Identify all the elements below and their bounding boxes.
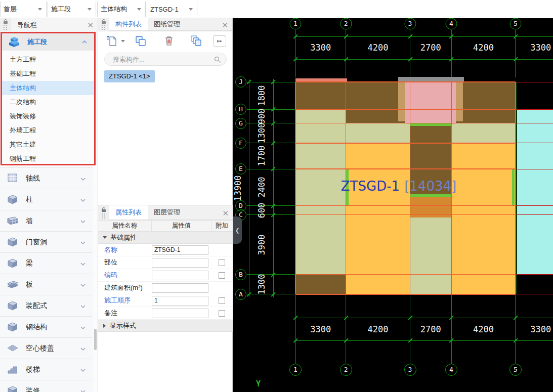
chevron-down-icon[interactable] <box>80 196 86 203</box>
chevron-down-icon[interactable] <box>80 344 86 352</box>
search-input[interactable] <box>112 54 208 65</box>
segment-dropdown[interactable]: 施工段 <box>48 2 96 17</box>
chevron-down-icon[interactable] <box>80 175 86 182</box>
dimension-label: 3300 <box>530 42 551 53</box>
chevron-down-icon[interactable] <box>80 387 86 392</box>
tab-图纸管理[interactable]: 图纸管理 <box>148 18 186 30</box>
delete-icon[interactable] <box>163 35 175 47</box>
nav-item-基础工程[interactable]: 基础工程 <box>2 67 94 81</box>
property-value-input[interactable] <box>152 245 208 255</box>
sidebar-item-label: 装修 <box>26 386 80 392</box>
dimension-label: 2400 <box>257 177 267 198</box>
chevron-down-icon[interactable] <box>121 40 125 42</box>
sidebar-item-板[interactable]: 板 <box>0 274 93 295</box>
panel-grip[interactable] <box>98 205 109 220</box>
extra-checkbox[interactable] <box>219 272 225 279</box>
sidebar-item-轴线[interactable]: 轴线 <box>0 167 93 189</box>
dimension-label: 3300 <box>530 324 551 334</box>
segment-block-pale_green <box>295 109 346 274</box>
expand-toolbar-icon[interactable]: ▸▸ <box>213 35 226 47</box>
floor-dropdown[interactable]: 首层 <box>0 2 47 17</box>
sidebar-item-空心楼盖[interactable]: 空心楼盖 <box>0 337 93 359</box>
nav-categories: 轴线柱墙门窗洞梁板装配式钢结构空心楼盖楼梯装修 <box>0 167 93 392</box>
tan-right <box>456 82 463 121</box>
sidebar-item-柱[interactable]: 柱 <box>0 189 93 210</box>
tab-属性列表[interactable]: 属性列表 <box>109 205 148 220</box>
sidebar-item-墙[interactable]: 墙 <box>0 210 93 231</box>
sidebar-item-装配式[interactable]: 装配式 <box>0 295 93 316</box>
component-dropdown[interactable]: ZTSGD-1 <box>147 2 197 17</box>
property-value-input[interactable] <box>152 296 208 306</box>
extra-checkbox[interactable] <box>219 310 225 317</box>
property-name: 编码 <box>98 271 152 280</box>
property-name: 施工顺序 <box>98 296 152 305</box>
sidebar-item-钢结构[interactable]: 钢结构 <box>0 316 93 337</box>
segment-block-pale_green <box>346 123 410 143</box>
chevron-down-icon[interactable] <box>80 366 86 373</box>
dimension-label: 1300 <box>257 274 267 295</box>
extra-checkbox[interactable] <box>219 297 225 304</box>
chevron-down-icon[interactable] <box>80 238 86 246</box>
navigation-header: 导航栏 ✕ <box>0 18 98 31</box>
component-list-header: 构件列表图纸管理 ✕ <box>98 18 232 31</box>
nav-item-二次结构[interactable]: 二次结构 <box>2 95 94 109</box>
nav-item-土方工程[interactable]: 土方工程 <box>2 53 94 67</box>
property-value-input[interactable] <box>152 283 208 293</box>
new-component-icon[interactable] <box>106 35 118 47</box>
drawing-canvas[interactable]: ❮ 1122334455JHGFEDCBA3300330042004200270… <box>233 18 553 392</box>
close-icon[interactable]: ✕ <box>87 21 94 28</box>
panel-grip[interactable] <box>0 18 11 31</box>
panel-collapse-handle[interactable]: ❮ <box>233 216 242 244</box>
property-row-编码: 编码 <box>98 269 233 282</box>
chevron-down-icon[interactable] <box>80 302 86 310</box>
middle-panel-column: 构件列表图纸管理 ✕ <box>98 18 233 392</box>
duplicate-icon[interactable] <box>190 35 202 47</box>
tab-图层管理[interactable]: 图层管理 <box>148 205 186 220</box>
grid-line <box>517 82 517 294</box>
extra-checkbox[interactable] <box>219 259 225 266</box>
nav-item-其它土建[interactable]: 其它土建 <box>2 138 94 152</box>
nav-item-主体结构[interactable]: 主体结构 <box>2 81 94 95</box>
close-icon[interactable]: ✕ <box>222 209 229 216</box>
sidebar-item-楼梯[interactable]: 楼梯 <box>0 359 93 380</box>
property-section-基础属性[interactable]: 基础属性 <box>98 232 233 244</box>
property-value-input[interactable] <box>152 271 208 280</box>
nav-item-装饰装修[interactable]: 装饰装修 <box>2 109 94 123</box>
property-value-input[interactable] <box>152 309 208 318</box>
close-icon[interactable]: ✕ <box>222 21 228 28</box>
prefab-icon <box>7 300 20 312</box>
nav-group-label: 施工段 <box>27 37 82 47</box>
panel-grip[interactable] <box>98 18 109 31</box>
component-list-item[interactable]: ZTSGD-1 <1> <box>104 70 155 82</box>
property-value-input[interactable] <box>152 258 208 268</box>
chevron-down-icon <box>137 8 141 11</box>
drawing-component-label: ZTSGD-1[14034] <box>341 179 456 194</box>
slab-icon <box>7 279 20 290</box>
property-section-显示样式[interactable]: 显示样式 <box>98 320 233 332</box>
nav-item-钢筋工程[interactable]: 钢筋工程 <box>2 152 94 166</box>
grid-line <box>516 205 553 206</box>
chevron-down-icon[interactable] <box>80 217 86 225</box>
structure-dropdown[interactable]: 主体结构 <box>97 2 146 17</box>
nav-group-construction-segment[interactable]: 施工段 <box>2 33 94 51</box>
floor-dropdown-value: 首层 <box>4 5 38 14</box>
chevron-down-icon[interactable] <box>80 259 86 267</box>
column-header-value: 属性值 <box>152 221 211 231</box>
copy-icon[interactable] <box>135 35 147 47</box>
wall-icon <box>7 215 20 227</box>
drag-dots-icon <box>4 25 8 30</box>
sidebar-item-装修[interactable]: 装修 <box>0 380 93 392</box>
property-row-备注: 备注 <box>98 307 233 320</box>
sidebar-item-门窗洞[interactable]: 门窗洞 <box>0 231 93 252</box>
beam-icon <box>7 258 20 269</box>
nav-item-外墙工程[interactable]: 外墙工程 <box>2 123 94 138</box>
nav-scrollbar-thumb[interactable] <box>94 329 97 350</box>
tab-构件列表[interactable]: 构件列表 <box>109 18 148 30</box>
segment-block-pale_green <box>451 123 516 143</box>
chevron-down-icon[interactable] <box>80 281 86 288</box>
grid-line <box>295 294 516 295</box>
sidebar-item-梁[interactable]: 梁 <box>0 252 93 274</box>
chevron-down-icon[interactable] <box>80 323 86 331</box>
property-extra-cell <box>211 272 232 279</box>
top-toolbar: 首层 施工段 主体结构 ZTSGD-1 <box>0 0 553 18</box>
